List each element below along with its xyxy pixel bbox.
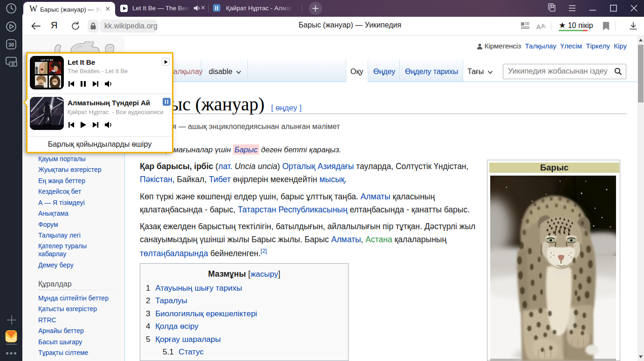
svg-text:LET IT BE: LET IT BE	[41, 59, 53, 61]
svg-text:30: 30	[8, 42, 14, 48]
